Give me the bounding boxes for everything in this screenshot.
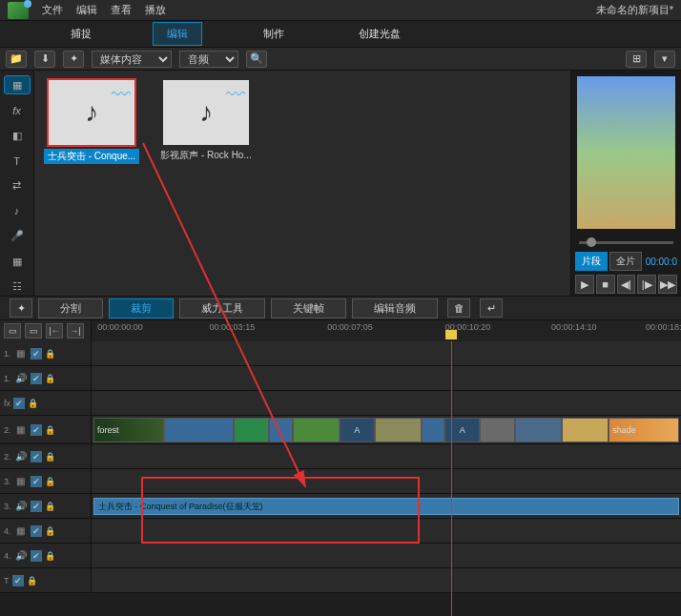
track-lock-toggle[interactable]: 🔒 xyxy=(45,349,55,359)
track-lock-toggle[interactable]: 🔒 xyxy=(45,452,55,462)
scrubber-thumb[interactable] xyxy=(587,237,596,247)
track-lock-toggle[interactable]: 🔒 xyxy=(45,374,55,383)
track-enable-toggle[interactable]: ✔ xyxy=(31,476,42,487)
clip[interactable] xyxy=(375,418,422,442)
trim-button[interactable]: 裁剪 xyxy=(109,298,174,318)
clip[interactable] xyxy=(562,418,609,442)
next-frame-button[interactable]: |▶ xyxy=(637,275,656,294)
clip-transition[interactable]: A xyxy=(444,418,480,442)
media-item-1[interactable]: ♪ 〰 士兵突击 - Conque... xyxy=(44,80,139,164)
download-button[interactable]: ⬇ xyxy=(34,51,55,68)
menu-play[interactable]: 播放 xyxy=(145,3,166,17)
track-lane[interactable] xyxy=(92,391,681,415)
clip[interactable] xyxy=(293,418,340,442)
room-title[interactable]: T xyxy=(5,152,30,169)
clip-shade[interactable]: shade xyxy=(609,418,679,442)
magic-tool-button[interactable]: ✦ xyxy=(10,298,32,318)
clip-forest[interactable]: forest xyxy=(93,418,164,442)
track-lane[interactable]: 士兵突击 - Conquest of Paradise(征服天堂) xyxy=(92,494,681,518)
wave-icon: 〰 xyxy=(112,84,131,106)
track-enable-toggle[interactable]: ✔ xyxy=(31,501,42,512)
room-voice[interactable]: 🎤 xyxy=(5,228,30,245)
tab-disc[interactable]: 创建光盘 xyxy=(345,23,414,45)
track-lane[interactable]: forest A A shade xyxy=(92,416,681,443)
chapter-icon: ▦ xyxy=(12,256,22,268)
track-view-3[interactable]: |← xyxy=(46,323,63,339)
room-media[interactable]: ▦ xyxy=(5,76,30,93)
track-lock-toggle[interactable]: 🔒 xyxy=(28,399,38,408)
clip[interactable] xyxy=(515,418,562,442)
track-lock-toggle[interactable]: 🔒 xyxy=(45,526,55,536)
track-enable-toggle[interactable]: ✔ xyxy=(31,373,42,384)
room-transition[interactable]: ⇄ xyxy=(5,177,30,195)
track-lane[interactable] xyxy=(92,366,681,390)
track-view-2[interactable]: ▭ xyxy=(25,323,42,339)
view-grid-button[interactable]: ⊞ xyxy=(626,51,647,68)
track-lane[interactable] xyxy=(92,519,681,543)
split-button[interactable]: 分割 xyxy=(38,298,103,318)
timeline-ruler[interactable]: 00:00:00:00 00:00:03:15 00:00:07:05 00:0… xyxy=(92,320,681,341)
clip[interactable] xyxy=(480,418,515,442)
room-chapter[interactable]: ▦ xyxy=(5,253,30,270)
track-lock-toggle[interactable]: 🔒 xyxy=(27,576,37,585)
track-lane[interactable] xyxy=(92,469,681,493)
track-lane[interactable] xyxy=(92,544,681,567)
preview-scrubber[interactable] xyxy=(571,235,681,250)
room-subtitle[interactable]: ☷ xyxy=(5,278,30,296)
menu-view[interactable]: 查看 xyxy=(111,3,132,17)
track-enable-toggle[interactable]: ✔ xyxy=(31,451,42,462)
menu-edit[interactable]: 编辑 xyxy=(76,3,97,17)
search-button[interactable]: 🔍 xyxy=(246,51,267,68)
stop-button[interactable]: ■ xyxy=(596,275,615,294)
track-view-1[interactable]: ▭ xyxy=(4,323,21,339)
track-lane[interactable] xyxy=(92,568,681,592)
import-media-button[interactable]: 📁 xyxy=(6,51,27,68)
keyframe-button[interactable]: 关键帧 xyxy=(271,298,346,318)
ruler-tick: 00:00:00:00 xyxy=(97,322,143,332)
plugin-button[interactable]: ✦ xyxy=(63,51,84,68)
audio-clip[interactable]: 士兵突击 - Conquest of Paradise(征服天堂) xyxy=(93,498,679,515)
delete-button[interactable]: 🗑 xyxy=(447,298,470,318)
track-lane[interactable] xyxy=(92,341,681,365)
track-enable-toggle[interactable]: ✔ xyxy=(31,525,42,537)
track-lane[interactable] xyxy=(92,444,681,468)
track-lock-toggle[interactable]: 🔒 xyxy=(45,551,55,561)
track-4-video: 4.▦✔🔒 xyxy=(0,519,681,544)
playhead-handle[interactable] xyxy=(445,330,457,339)
media-item-2[interactable]: ♪ 〰 影视原声 - Rock Ho... xyxy=(158,80,254,162)
media-filter-select[interactable]: 媒体内容 xyxy=(92,51,172,68)
timeline-tracks: 1.▦✔🔒 1.🔊✔🔒 fx✔🔒 2.▦✔🔒 forest A A xyxy=(0,341,681,616)
clip[interactable] xyxy=(164,418,235,442)
media-type-select[interactable]: 音频 xyxy=(179,51,238,68)
room-pip[interactable]: ◧ xyxy=(5,127,30,144)
play-button[interactable]: ▶ xyxy=(575,275,594,294)
room-fx[interactable]: fx xyxy=(5,101,30,118)
menu-file[interactable]: 文件 xyxy=(42,3,63,17)
power-tools-button[interactable]: 威力工具 xyxy=(179,298,265,318)
more-actions-button[interactable]: ↵ xyxy=(480,298,503,318)
track-enable-toggle[interactable]: ✔ xyxy=(31,424,42,436)
track-enable-toggle[interactable]: ✔ xyxy=(31,550,42,562)
tab-edit[interactable]: 编辑 xyxy=(153,22,202,46)
clip[interactable] xyxy=(422,418,445,442)
track-enable-toggle[interactable]: ✔ xyxy=(13,398,25,409)
puzzle-icon: ✦ xyxy=(70,52,78,65)
preview-mode-movie[interactable]: 全片 xyxy=(609,252,642,271)
clip[interactable] xyxy=(234,418,269,442)
clip-transition[interactable]: A xyxy=(340,418,375,442)
tab-produce[interactable]: 制作 xyxy=(250,23,298,45)
track-enable-toggle[interactable]: ✔ xyxy=(31,348,42,359)
room-audio[interactable]: ♪ xyxy=(5,202,30,219)
clip[interactable] xyxy=(269,418,293,442)
track-lock-toggle[interactable]: 🔒 xyxy=(45,502,55,511)
preview-mode-clip[interactable]: 片段 xyxy=(575,252,608,271)
track-lock-toggle[interactable]: 🔒 xyxy=(45,477,55,486)
track-lock-toggle[interactable]: 🔒 xyxy=(45,425,55,435)
edit-audio-button[interactable]: 编辑音频 xyxy=(352,298,438,318)
tab-capture[interactable]: 捕捉 xyxy=(57,23,105,45)
prev-frame-button[interactable]: ◀| xyxy=(617,275,636,294)
fast-forward-button[interactable]: ▶▶ xyxy=(658,275,677,294)
view-more-button[interactable]: ▾ xyxy=(654,51,675,68)
track-enable-toggle[interactable]: ✔ xyxy=(12,575,24,586)
track-view-4[interactable]: →| xyxy=(67,323,84,339)
